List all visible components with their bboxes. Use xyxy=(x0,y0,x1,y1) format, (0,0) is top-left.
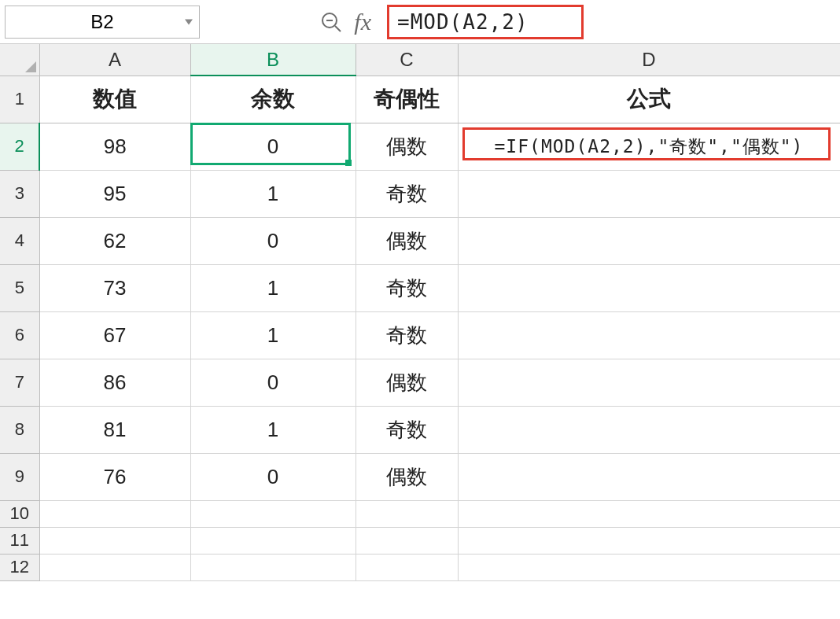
cell-B5[interactable]: 1 xyxy=(190,264,356,311)
cell-B2[interactable]: 0 xyxy=(190,123,356,170)
cell-C3[interactable]: 奇数 xyxy=(356,170,458,217)
cell-B12[interactable] xyxy=(190,554,356,580)
cell-C4[interactable]: 偶数 xyxy=(356,217,458,264)
cell-A11[interactable] xyxy=(39,527,190,554)
cell-A7[interactable]: 86 xyxy=(39,359,190,406)
col-header-D[interactable]: D xyxy=(458,44,840,76)
cell-B4[interactable]: 0 xyxy=(190,217,356,264)
cell-D9[interactable] xyxy=(458,453,840,500)
cell-C1[interactable]: 奇偶性 xyxy=(356,76,458,123)
cell-A12[interactable] xyxy=(39,554,190,580)
cell-B9[interactable]: 0 xyxy=(190,453,356,500)
cell-D6[interactable] xyxy=(458,311,840,359)
row-header-1[interactable]: 1 xyxy=(0,76,39,123)
cell-C12[interactable] xyxy=(356,554,458,580)
cell-D11[interactable] xyxy=(458,527,840,554)
cell-A5[interactable]: 73 xyxy=(39,264,190,311)
select-all-corner[interactable] xyxy=(0,44,39,76)
cell-A2[interactable]: 98 xyxy=(39,123,190,170)
row-header-10[interactable]: 10 xyxy=(0,500,39,527)
spreadsheet[interactable]: A B C D 1 数值 余数 奇偶性 公式 2 98 0 偶数 =IF(MOD… xyxy=(0,44,840,581)
cell-B1[interactable]: 余数 xyxy=(190,76,356,123)
cell-A1[interactable]: 数值 xyxy=(39,76,190,123)
cell-C10[interactable] xyxy=(356,500,458,527)
cell-D5[interactable] xyxy=(458,264,840,311)
dropdown-icon[interactable] xyxy=(185,19,193,24)
cell-C8[interactable]: 奇数 xyxy=(356,406,458,453)
cell-C2[interactable]: 偶数 xyxy=(356,123,458,170)
row-header-8[interactable]: 8 xyxy=(0,406,39,453)
cell-B8[interactable]: 1 xyxy=(190,406,356,453)
row-header-12[interactable]: 12 xyxy=(0,554,39,580)
svg-line-2 xyxy=(335,26,341,31)
fx-icon[interactable]: fx xyxy=(354,9,371,35)
cell-D12[interactable] xyxy=(458,554,840,580)
cell-C5[interactable]: 奇数 xyxy=(356,264,458,311)
row-header-6[interactable]: 6 xyxy=(0,311,39,359)
row-header-9[interactable]: 9 xyxy=(0,453,39,500)
row-header-7[interactable]: 7 xyxy=(0,359,39,406)
formula-text: =MOD(A2,2) xyxy=(397,10,529,34)
cell-A8[interactable]: 81 xyxy=(39,406,190,453)
cell-D3[interactable] xyxy=(458,170,840,217)
cell-B6[interactable]: 1 xyxy=(190,311,356,359)
cell-D8[interactable] xyxy=(458,406,840,453)
col-header-C[interactable]: C xyxy=(356,44,458,76)
cell-D10[interactable] xyxy=(458,500,840,527)
name-box-value: B2 xyxy=(90,11,113,33)
row-header-4[interactable]: 4 xyxy=(0,217,39,264)
cell-A10[interactable] xyxy=(39,500,190,527)
row-header-5[interactable]: 5 xyxy=(0,264,39,311)
formula-bar-icons: fx xyxy=(319,9,371,35)
name-box[interactable]: B2 xyxy=(5,6,200,39)
cell-D1[interactable]: 公式 xyxy=(458,76,840,123)
cell-D2[interactable]: =IF(MOD(A2,2),"奇数","偶数") xyxy=(458,123,840,170)
cell-A9[interactable]: 76 xyxy=(39,453,190,500)
row-header-11[interactable]: 11 xyxy=(0,527,39,554)
cell-D7[interactable] xyxy=(458,359,840,406)
grid-table: A B C D 1 数值 余数 奇偶性 公式 2 98 0 偶数 =IF(MOD… xyxy=(0,44,840,581)
cell-C11[interactable] xyxy=(356,527,458,554)
cell-B11[interactable] xyxy=(190,527,356,554)
cell-D4[interactable] xyxy=(458,217,840,264)
cell-B10[interactable] xyxy=(190,500,356,527)
cell-C7[interactable]: 偶数 xyxy=(356,359,458,406)
cell-A3[interactable]: 95 xyxy=(39,170,190,217)
formula-bar: B2 fx =MOD(A2,2) xyxy=(0,0,840,44)
row-header-2[interactable]: 2 xyxy=(0,123,39,170)
cell-B3[interactable]: 1 xyxy=(190,170,356,217)
col-header-A[interactable]: A xyxy=(39,44,190,76)
cell-A6[interactable]: 67 xyxy=(39,311,190,359)
cell-A4[interactable]: 62 xyxy=(39,217,190,264)
cell-B7[interactable]: 0 xyxy=(190,359,356,406)
cell-C6[interactable]: 奇数 xyxy=(356,311,458,359)
row-header-3[interactable]: 3 xyxy=(0,170,39,217)
formula-input[interactable]: =MOD(A2,2) xyxy=(387,5,584,39)
col-header-B[interactable]: B xyxy=(190,44,356,76)
cell-C9[interactable]: 偶数 xyxy=(356,453,458,500)
zoom-out-icon[interactable] xyxy=(319,10,343,34)
